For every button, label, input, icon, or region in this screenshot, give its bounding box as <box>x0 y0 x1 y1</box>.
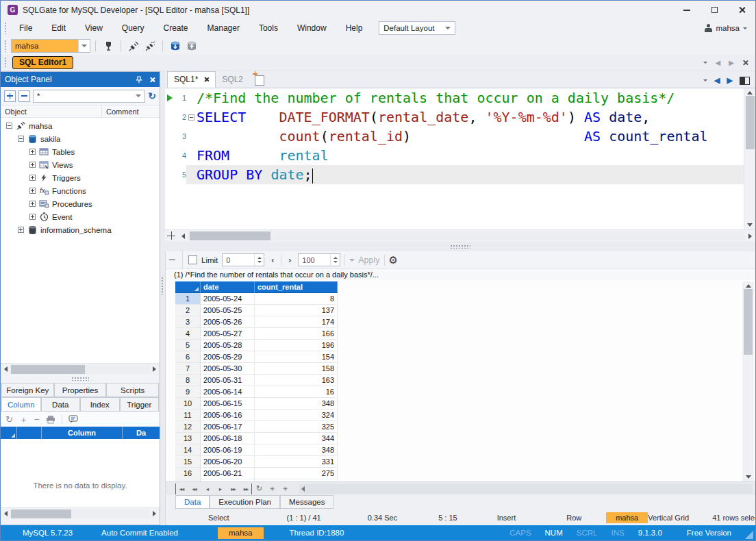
sql-editor[interactable]: 1/*Find the number of rentals that occur… <box>165 88 755 229</box>
close-panel-icon[interactable] <box>149 77 155 83</box>
grid-corner-cell[interactable] <box>175 281 201 293</box>
count-rental-cell[interactable]: 324 <box>255 410 338 421</box>
limit-checkbox[interactable] <box>188 255 197 264</box>
comment-column-label[interactable]: Comment <box>102 105 160 117</box>
nav-append-icon[interactable]: ✳ <box>266 483 278 494</box>
commit-button[interactable] <box>168 38 183 53</box>
tree-item-functions[interactable]: fxFunctions <box>1 184 160 197</box>
expand-icon[interactable] <box>29 175 36 181</box>
table-row[interactable]: 122005-06-17325 <box>175 421 755 433</box>
groupbar-grip[interactable] <box>4 57 8 68</box>
tab-data[interactable]: Data <box>175 495 210 509</box>
connect-button[interactable] <box>126 38 141 53</box>
new-tab-icon[interactable] <box>255 75 264 86</box>
row-number-cell[interactable]: 7 <box>175 363 201 375</box>
count-rental-cell[interactable]: 344 <box>255 433 338 444</box>
tab-trigger[interactable]: Trigger <box>120 397 160 412</box>
collapse-all-button[interactable] <box>18 90 30 102</box>
editor-hscrollbar[interactable] <box>165 229 755 242</box>
maximize-button[interactable] <box>701 1 728 19</box>
date-cell[interactable]: 2005-05-25 <box>201 305 255 316</box>
tree-item-sakila[interactable]: sakila <box>1 132 160 145</box>
detail-grid-col-datatype[interactable]: Da <box>123 427 160 439</box>
scroll-left-icon[interactable]: ◀ <box>716 59 721 66</box>
detail-grid-col-column[interactable]: Column <box>42 427 123 439</box>
next-page-button[interactable]: › <box>286 255 294 265</box>
menubar-grip[interactable] <box>4 22 8 34</box>
object-tree-hscrollbar[interactable] <box>1 363 160 375</box>
menu-item-manager[interactable]: Manager <box>198 19 249 37</box>
row-number-cell[interactable]: 14 <box>175 444 201 456</box>
tree-item-procedures[interactable]: Procedures <box>1 197 160 210</box>
row-number-cell[interactable]: 4 <box>175 328 201 340</box>
expand-icon[interactable] <box>29 201 36 207</box>
chevron-down-icon[interactable] <box>703 62 707 64</box>
prev-page-button[interactable]: ‹ <box>268 255 277 265</box>
schema-badge[interactable]: mahsa <box>218 527 264 539</box>
scroll-left-icon[interactable] <box>178 234 188 239</box>
tree-item-triggers[interactable]: Triggers <box>1 171 160 184</box>
status-grid-mode[interactable]: Vertical Grid <box>648 514 689 522</box>
status-schema-badge[interactable]: mahsa <box>606 512 648 523</box>
table-row[interactable]: 32005-05-26174 <box>175 316 755 328</box>
count-rental-cell[interactable]: 163 <box>255 375 338 386</box>
expand-icon[interactable] <box>18 227 24 233</box>
date-cell[interactable]: 2005-06-19 <box>201 444 255 456</box>
count-rental-cell[interactable]: 16 <box>255 386 338 398</box>
table-row[interactable]: 42005-05-27166 <box>175 328 755 340</box>
menu-item-file[interactable]: File <box>10 19 42 37</box>
row-number-cell[interactable]: 11 <box>175 410 201 421</box>
tab-scroll-right-icon[interactable]: ▶ <box>727 76 733 85</box>
count-rental-cell[interactable]: 8 <box>255 293 338 305</box>
table-row[interactable]: 92005-06-1416 <box>175 386 755 398</box>
date-cell[interactable]: 2005-05-24 <box>201 293 255 305</box>
menu-item-edit[interactable]: Edit <box>42 19 75 37</box>
scroll-left-icon[interactable] <box>1 511 11 516</box>
date-cell[interactable]: 2005-05-27 <box>201 328 255 340</box>
row-number-cell[interactable]: 8 <box>175 375 201 386</box>
tab-execution-plan[interactable]: Execution Plan <box>210 495 280 509</box>
collapse-icon[interactable] <box>18 136 24 142</box>
splitter-cross-icon[interactable] <box>166 231 177 241</box>
object-column-label[interactable]: Object <box>1 105 102 117</box>
nav-first-icon[interactable]: ◂◂ <box>175 483 187 494</box>
scroll-right-icon[interactable] <box>149 511 160 516</box>
horizontal-splitter[interactable] <box>165 242 755 251</box>
close-button[interactable] <box>728 1 755 19</box>
date-cell[interactable]: 2005-07-05 <box>201 479 255 481</box>
date-cell[interactable]: 2005-06-15 <box>201 398 255 410</box>
add-icon[interactable]: ＋ <box>19 415 28 424</box>
scroll-right-icon[interactable] <box>745 234 755 239</box>
tab-scroll-left-icon[interactable]: ◀ <box>714 76 720 85</box>
tab-sql2[interactable]: SQL2 <box>216 71 249 88</box>
row-number-cell[interactable]: 12 <box>175 421 201 433</box>
date-cell[interactable]: 2005-05-26 <box>201 316 255 328</box>
close-group-icon[interactable] <box>742 60 748 66</box>
table-row[interactable]: 102005-06-15348 <box>175 398 755 410</box>
table-row[interactable]: 22005-05-25137 <box>175 305 755 316</box>
nav-prior-icon[interactable]: ◂ <box>201 483 213 494</box>
row-number-cell[interactable]: 6 <box>175 351 201 363</box>
fold-collapse-icon[interactable] <box>188 114 194 121</box>
tree-item-mahsa[interactable]: mahsa <box>1 119 160 132</box>
comment-edit-icon[interactable] <box>68 415 79 424</box>
date-cell[interactable]: 2005-06-18 <box>201 433 255 444</box>
menu-item-query[interactable]: Query <box>112 19 154 37</box>
table-row[interactable]: 62005-05-29154 <box>175 351 755 363</box>
refresh-icon[interactable]: ↻ <box>5 415 13 424</box>
menu-item-window[interactable]: Window <box>288 19 336 37</box>
expand-icon[interactable] <box>29 214 36 220</box>
page-size-spinner[interactable]: 100 <box>298 253 340 266</box>
tab-messages[interactable]: Messages <box>280 495 333 509</box>
code-line-5[interactable]: 5GROUP BY date; <box>165 165 755 184</box>
date-cell[interactable]: 2005-06-21 <box>201 468 255 479</box>
nav-prior-page-icon[interactable]: ◂◂ <box>188 483 200 494</box>
chevron-down-icon[interactable] <box>703 79 707 81</box>
row-number-cell[interactable]: 3 <box>175 316 201 328</box>
nav-last-icon[interactable]: ▸▸ <box>240 483 252 494</box>
minimize-button[interactable] <box>673 1 701 19</box>
date-cell[interactable]: 2005-05-28 <box>201 340 255 351</box>
nav-refresh-icon[interactable]: ↻ <box>253 483 265 494</box>
date-cell[interactable]: 2005-06-16 <box>201 410 255 421</box>
apply-button[interactable]: Apply <box>349 255 379 265</box>
